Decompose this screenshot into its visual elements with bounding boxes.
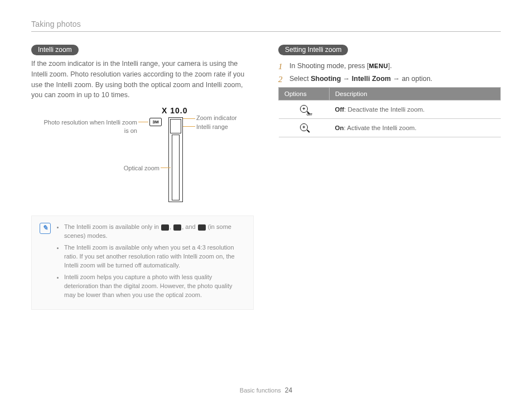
section-pill-intelli-zoom: Intelli zoom: [31, 45, 79, 55]
zoom-diagram: X 10.0 3M Photo resolution when Intelli …: [31, 106, 254, 212]
page-footer: Basic functions 24: [0, 386, 532, 394]
header-title: Taking photos: [31, 20, 81, 28]
note-item-3: Intelli zoom helps you capture a photo w…: [64, 273, 245, 300]
note-icon: ✎: [40, 223, 51, 234]
step-2: 2 Select Shooting → Intelli Zoom → an op…: [278, 75, 501, 84]
callout-intelli-range: Intelli range: [196, 123, 228, 131]
table-header-description: Description: [330, 88, 501, 100]
callout-resolution: Photo resolution when Intelli zoom is on: [42, 118, 137, 135]
options-table: Options Description +OFF Off: Deactivate…: [278, 87, 501, 137]
zoom-off-icon: +OFF: [299, 105, 309, 114]
footer-section: Basic functions: [240, 387, 281, 394]
zoom-on-icon: +: [299, 123, 309, 132]
step-number: 2: [278, 75, 285, 84]
callout-zoom-indicator: Zoom indicator: [196, 114, 237, 122]
table-row: +OFF Off: Deactivate the Intelli zoom.: [279, 100, 501, 119]
note-item-1: The Intelli zoom is available only in , …: [64, 223, 245, 241]
intelli-zoom-paragraph: If the zoom indicator is in the Intelli …: [31, 59, 254, 100]
note-item-2: The Intelli zoom is available only when …: [64, 243, 245, 270]
mode-icon: [161, 224, 169, 231]
note-box: ✎ The Intelli zoom is available only in …: [31, 216, 254, 310]
resolution-badge: 3M: [149, 118, 162, 126]
zoom-gauge: [168, 117, 183, 202]
step-number: 1: [278, 62, 285, 71]
footer-page-number: 24: [285, 386, 292, 394]
page-header: Taking photos: [31, 19, 501, 32]
zoom-value-label: X 10.0: [162, 106, 187, 115]
section-pill-setting-intelli-zoom: Setting Intelli zoom: [278, 45, 348, 55]
left-column: Intelli zoom If the zoom indicator is in…: [31, 44, 254, 310]
table-row: + On: Activate the Intelli zoom.: [279, 119, 501, 137]
right-column: Setting Intelli zoom 1 In Shooting mode,…: [278, 44, 501, 310]
gauge-intelli-range: [170, 119, 181, 133]
mode-icon: [198, 224, 206, 231]
table-header-options: Options: [279, 88, 330, 100]
mode-icon: [173, 224, 181, 231]
menu-button-label: MENU: [369, 63, 388, 69]
step-1: 1 In Shooting mode, press [MENU].: [278, 62, 501, 71]
gauge-optical-range: [172, 135, 180, 200]
callout-optical-zoom: Optical zoom: [115, 164, 159, 173]
